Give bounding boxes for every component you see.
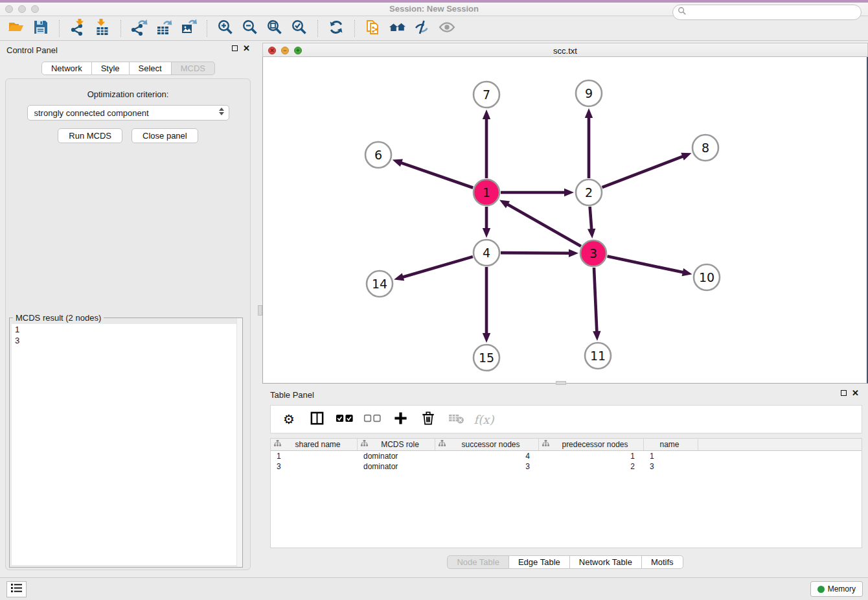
delete-columns-icon bbox=[421, 410, 435, 428]
network-graph[interactable]: 7968124314101511 bbox=[263, 57, 866, 382]
column-header-shared-name[interactable]: shared name bbox=[271, 439, 358, 450]
mcds-result-area[interactable]: 13 bbox=[12, 324, 240, 565]
show-columns-button[interactable] bbox=[308, 410, 326, 429]
tab-node-table[interactable]: Node Table bbox=[447, 555, 509, 569]
graph-edge-arrow bbox=[483, 110, 490, 119]
table-cell[interactable]: 1 bbox=[644, 451, 698, 461]
hide-graphics-details-button[interactable] bbox=[410, 18, 435, 39]
zoom-out-icon bbox=[242, 19, 258, 38]
memory-button[interactable]: Memory bbox=[810, 581, 863, 597]
zoom-out-button[interactable] bbox=[238, 18, 262, 39]
unselect-all-columns-icon bbox=[363, 413, 382, 426]
open-file-button[interactable] bbox=[4, 18, 29, 39]
zoom-fit-icon bbox=[266, 19, 283, 38]
table-cell[interactable]: dominator bbox=[358, 461, 435, 472]
column-header-predecessor-nodes[interactable]: predecessor nodes bbox=[539, 439, 644, 450]
import-table-icon bbox=[94, 19, 111, 38]
export-image-button[interactable] bbox=[176, 18, 201, 39]
close-table-panel-icon[interactable]: ✕ bbox=[852, 390, 859, 396]
zoom-selected-button[interactable] bbox=[287, 18, 312, 39]
unselect-all-columns-button[interactable] bbox=[363, 410, 382, 429]
criterion-dropdown[interactable]: strongly connected component bbox=[27, 105, 229, 121]
search-box[interactable] bbox=[672, 5, 862, 20]
flatten-hierarchy-icon bbox=[439, 440, 446, 449]
refresh-layout-button[interactable] bbox=[324, 18, 348, 39]
import-table-button[interactable] bbox=[90, 18, 115, 39]
zoom-in-button[interactable] bbox=[213, 18, 238, 39]
search-input[interactable] bbox=[687, 6, 861, 18]
graph-node-label: 8 bbox=[702, 141, 709, 155]
delete-table-button[interactable] bbox=[447, 410, 465, 429]
refresh-layout-icon bbox=[328, 19, 345, 38]
tab-network[interactable]: Network bbox=[41, 62, 92, 75]
select-all-columns-icon bbox=[336, 413, 354, 426]
tab-network-table[interactable]: Network Table bbox=[570, 555, 642, 569]
graph-edge-3-11[interactable] bbox=[594, 268, 597, 332]
duplicate-network-icon bbox=[365, 19, 382, 38]
table-cell[interactable]: 3 bbox=[644, 461, 698, 472]
column-header-MCDS-role[interactable]: MCDS role bbox=[358, 439, 435, 450]
graph-edge-2-3[interactable] bbox=[590, 207, 592, 230]
graph-edge-3-10[interactable] bbox=[608, 257, 684, 273]
table-row[interactable]: 1dominator411 bbox=[271, 451, 862, 461]
export-table-button[interactable] bbox=[152, 18, 176, 39]
column-header-name[interactable]: name bbox=[644, 439, 698, 450]
graph-node-label: 3 bbox=[589, 246, 597, 260]
float-table-panel-icon[interactable] bbox=[841, 390, 847, 396]
result-scrollbar[interactable] bbox=[236, 318, 242, 567]
dropdown-stepper-icon bbox=[219, 108, 224, 115]
open-file-icon bbox=[8, 19, 25, 38]
home-button[interactable] bbox=[385, 18, 410, 39]
run-mcds-button[interactable]: Run MCDS bbox=[58, 128, 122, 143]
graph-edge-arrow bbox=[393, 159, 403, 167]
table-header-row: shared nameMCDS rolesuccessor nodesprede… bbox=[271, 439, 862, 451]
table-settings-icon: ⚙ bbox=[283, 413, 295, 426]
duplicate-network-button[interactable] bbox=[361, 18, 385, 39]
add-column-button[interactable] bbox=[391, 410, 409, 429]
flatten-hierarchy-icon bbox=[542, 440, 549, 449]
float-panel-icon[interactable] bbox=[232, 45, 238, 51]
home-icon bbox=[389, 19, 406, 38]
column-header-successor-nodes[interactable]: successor nodes bbox=[435, 439, 539, 450]
zoom-fit-button[interactable] bbox=[262, 18, 287, 39]
table-cell[interactable]: 4 bbox=[435, 451, 539, 461]
import-network-button[interactable] bbox=[65, 18, 90, 39]
table-row[interactable]: 3dominator323 bbox=[271, 461, 862, 472]
graph-edge-2-8[interactable] bbox=[602, 156, 684, 187]
export-network-button[interactable] bbox=[127, 18, 152, 39]
delete-columns-button[interactable] bbox=[419, 410, 437, 429]
function-builder-icon: f(x) bbox=[474, 413, 494, 426]
network-canvas[interactable]: 7968124314101511 bbox=[262, 57, 868, 384]
table-cell[interactable]: 1 bbox=[271, 451, 358, 461]
close-panel-button[interactable]: Close panel bbox=[131, 128, 198, 143]
graph-edge-3-1[interactable] bbox=[507, 204, 581, 246]
horizontal-splitter-handle[interactable] bbox=[556, 381, 566, 385]
select-all-columns-button[interactable] bbox=[336, 410, 354, 429]
vertical-splitter-handle[interactable] bbox=[258, 305, 262, 316]
table-settings-button[interactable]: ⚙ bbox=[280, 410, 298, 429]
table-cell[interactable]: 3 bbox=[271, 461, 358, 472]
table-panel-title: Table Panel bbox=[270, 390, 314, 400]
tab-select[interactable]: Select bbox=[130, 62, 172, 75]
graph-edge-arrow bbox=[564, 189, 574, 196]
graph-edge-4-3[interactable] bbox=[501, 253, 570, 253]
tab-motifs[interactable]: Motifs bbox=[642, 555, 683, 569]
table-tabs: Node TableEdge TableNetwork TableMotifs bbox=[262, 555, 868, 569]
network-title: scc.txt bbox=[263, 46, 867, 56]
show-graphics-details-button[interactable] bbox=[435, 18, 459, 39]
table-cell[interactable]: 2 bbox=[539, 461, 644, 472]
table-cell[interactable]: 3 bbox=[435, 461, 539, 472]
tab-style[interactable]: Style bbox=[92, 62, 130, 75]
task-history-button[interactable] bbox=[6, 581, 27, 597]
graph-edge-1-6[interactable] bbox=[400, 163, 473, 188]
tab-edge-table[interactable]: Edge Table bbox=[509, 555, 570, 569]
result-line: 1 bbox=[12, 324, 240, 335]
tab-mcds[interactable]: MCDS bbox=[172, 62, 215, 75]
table-cell[interactable]: 1 bbox=[539, 451, 644, 461]
table-cell[interactable]: dominator bbox=[358, 451, 435, 461]
save-session-button[interactable] bbox=[29, 18, 53, 39]
titlebar-accent-strip bbox=[0, 0, 868, 3]
graph-edge-4-14[interactable] bbox=[402, 257, 473, 277]
close-panel-icon[interactable]: ✕ bbox=[243, 45, 250, 51]
function-builder-button[interactable]: f(x) bbox=[475, 410, 493, 429]
